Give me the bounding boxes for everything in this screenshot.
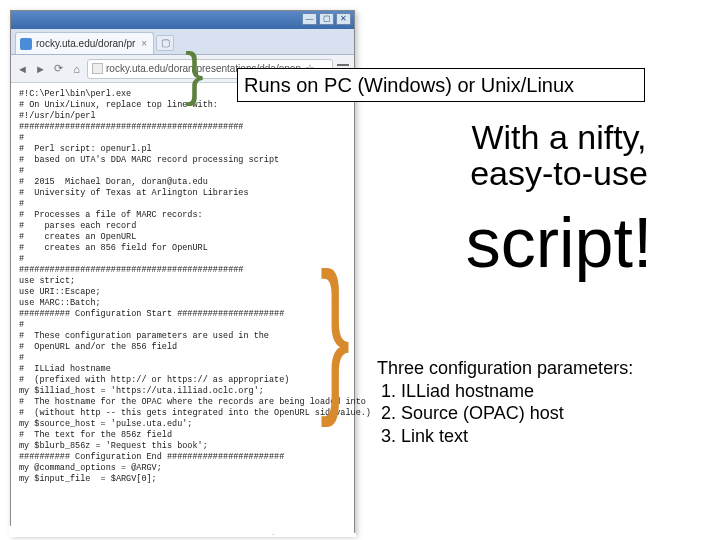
- list-item: Source (OPAC) host: [401, 402, 715, 425]
- code-line: # parses each record: [19, 221, 346, 232]
- tab-strip: rocky.uta.edu/doran/pr × ▢: [11, 29, 354, 55]
- new-tab-button[interactable]: ▢: [156, 35, 174, 51]
- parameters-block: Three configuration parameters: ILLiad h…: [377, 357, 715, 447]
- code-line: my $illiad_host = 'https://uta.illiad.oc…: [19, 386, 346, 397]
- callout-text: Runs on PC (Windows) or Unix/Linux: [244, 74, 574, 97]
- callout-runs-on: Runs on PC (Windows) or Unix/Linux: [237, 68, 645, 102]
- code-line: my $source_host = 'pulse.uta.edu';: [19, 419, 346, 430]
- minimize-button[interactable]: —: [302, 13, 317, 25]
- close-button[interactable]: ✕: [336, 13, 351, 25]
- code-line: # (prefixed with http:// or https:// as …: [19, 375, 346, 386]
- torn-edge-decoration: [9, 525, 356, 537]
- code-line: use strict;: [19, 276, 346, 287]
- tagline-line-1: With a nifty,: [405, 120, 713, 156]
- maximize-button[interactable]: ▢: [319, 13, 334, 25]
- code-line: # (without http -- this gets integrated …: [19, 408, 346, 419]
- favicon-icon: [20, 38, 32, 50]
- code-line: #: [19, 254, 346, 265]
- code-line: # The text for the 856z field: [19, 430, 346, 441]
- page-icon: [92, 63, 103, 74]
- tagline: With a nifty, easy-to-use: [405, 120, 713, 191]
- code-line: use URI::Escape;: [19, 287, 346, 298]
- code-line: my $blurb_856z = 'Request this book';: [19, 441, 346, 452]
- code-line: #: [19, 199, 346, 210]
- code-line: ########################################…: [19, 122, 346, 133]
- browser-tab[interactable]: rocky.uta.edu/doran/pr ×: [15, 32, 154, 54]
- code-line: #: [19, 320, 346, 331]
- home-button[interactable]: ⌂: [69, 61, 84, 76]
- code-line: # University of Texas at Arlington Libra…: [19, 188, 346, 199]
- code-line: ########## Configuration End ###########…: [19, 452, 346, 463]
- code-line: # Perl script: openurl.pl: [19, 144, 346, 155]
- forward-button[interactable]: ►: [33, 61, 48, 76]
- code-viewport: #!C:\Perl\bin\perl.exe# On Unix/Linux, r…: [11, 83, 354, 491]
- code-line: # 2015 Michael Doran, doran@uta.edu: [19, 177, 346, 188]
- code-line: my @command_options = @ARGV;: [19, 463, 346, 474]
- window-controls: — ▢ ✕: [302, 13, 351, 25]
- code-line: #!/usr/bin/perl: [19, 111, 346, 122]
- back-button[interactable]: ◄: [15, 61, 30, 76]
- code-line: # OpenURL and/or the 856 field: [19, 342, 346, 353]
- code-line: ########## Configuration Start #########…: [19, 309, 346, 320]
- list-item: ILLiad hostname: [401, 380, 715, 403]
- parameters-list: ILLiad hostname Source (OPAC) host Link …: [401, 380, 715, 448]
- code-line: #: [19, 353, 346, 364]
- code-line: use MARC::Batch;: [19, 298, 346, 309]
- code-line: my $input_file = $ARGV[0];: [19, 474, 346, 485]
- code-line: # creates an 856 field for OpenURL: [19, 243, 346, 254]
- code-line: ########################################…: [19, 265, 346, 276]
- code-line: # The hostname for the OPAC where the re…: [19, 397, 346, 408]
- tagline-big: script!: [405, 212, 713, 275]
- brace-icon: }: [185, 59, 204, 88]
- tab-close-icon[interactable]: ×: [141, 38, 147, 49]
- code-line: #: [19, 133, 346, 144]
- code-line: # creates an OpenURL: [19, 232, 346, 243]
- reload-button[interactable]: ⟳: [51, 61, 66, 76]
- code-line: # ILLiad hostname: [19, 364, 346, 375]
- list-item: Link text: [401, 425, 715, 448]
- code-line: # Processes a file of MARC records:: [19, 210, 346, 221]
- code-line: # based on UTA's DDA MARC record process…: [19, 155, 346, 166]
- code-line: #: [19, 166, 346, 177]
- tagline-line-2: easy-to-use: [405, 156, 713, 192]
- window-title-bar: — ▢ ✕: [11, 11, 354, 29]
- parameters-heading: Three configuration parameters:: [377, 357, 715, 380]
- tab-title: rocky.uta.edu/doran/pr: [36, 38, 135, 49]
- code-line: # These configuration parameters are use…: [19, 331, 346, 342]
